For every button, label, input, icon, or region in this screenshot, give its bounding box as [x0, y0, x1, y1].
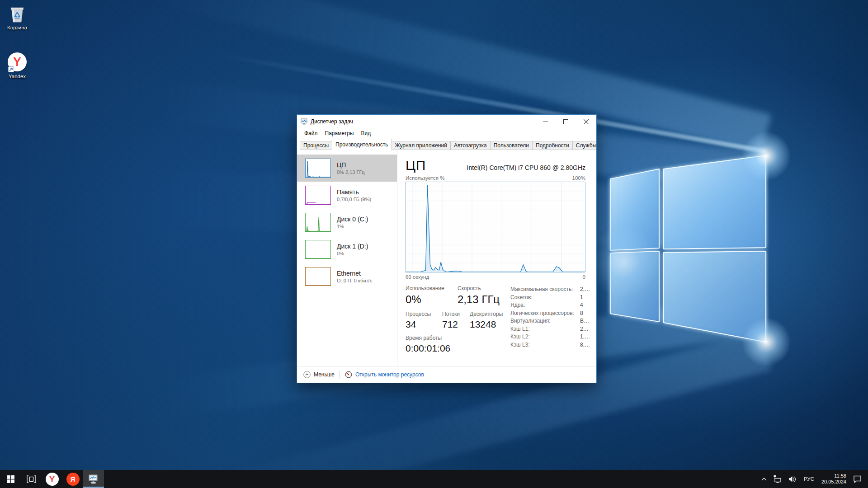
sidebar-item-subtitle: 0% 2,13 ГГц [337, 169, 365, 175]
close-button[interactable] [576, 115, 596, 128]
detail-label: Кэш L2: [510, 333, 580, 341]
shortcut-arrow-icon [8, 66, 14, 72]
uptime-label: Время работы [406, 335, 450, 341]
sidebar-item-memory[interactable]: Память 0,7/8,0 ГБ (9%) [297, 182, 397, 209]
tab-users[interactable]: Пользователи [490, 141, 533, 150]
desktop-icon-yandex[interactable]: Y Yandex [0, 52, 34, 79]
sidebar-item-cpu[interactable]: ЦП 0% 2,13 ГГц [297, 155, 397, 182]
cpu-usage-graph[interactable] [406, 182, 585, 272]
tab-processes[interactable]: Процессы [300, 141, 332, 150]
menubar: Файл Параметры Вид [297, 128, 596, 138]
sidebar-item-subtitle: 1% [337, 224, 368, 229]
network-icon [773, 475, 782, 483]
action-center-button[interactable] [849, 470, 868, 488]
performance-sidebar: ЦП 0% 2,13 ГГц Память 0,7/8,0 ГБ (9%) [297, 150, 397, 366]
tab-services[interactable]: Службы [572, 141, 596, 150]
maximize-button[interactable] [556, 115, 576, 128]
cpu-detail-pane: ЦП Intel(R) Core(TM) i7 CPU 860 @ 2.80GH… [397, 150, 596, 366]
window-title: Диспетчер задач [311, 118, 535, 125]
detail-label: Кэш L1: [510, 325, 580, 333]
logo-corner-glow [741, 131, 791, 181]
open-resource-monitor-link[interactable]: Открыть монитор ресурсов [345, 371, 424, 378]
desktop: { "desktop": { "icons": [ { "label": "Ко… [0, 0, 868, 488]
system-tray: РУС 11:58 20.05.2024 [758, 470, 868, 488]
desktop-icon-label: Корзина [0, 25, 34, 30]
sidebar-item-subtitle: 0% [337, 251, 368, 256]
logo-side-glow [588, 226, 660, 298]
chevron-up-icon [761, 478, 767, 481]
tab-app-history[interactable]: Журнал приложений [392, 141, 451, 150]
task-manager-button[interactable] [83, 470, 104, 488]
tab-strip: Процессы Производительность Журнал прило… [297, 138, 596, 150]
menu-options[interactable]: Параметры [321, 129, 358, 137]
detail-value: 2,… [580, 286, 590, 294]
cpu-details-list: Максимальная скорость:2,… Сокетов:1 Ядра… [510, 285, 590, 359]
minimize-button[interactable] [535, 115, 556, 128]
handles-value: 13248 [470, 319, 503, 330]
chevron-up-circle-icon [303, 371, 311, 378]
detail-label: Ядра: [510, 301, 580, 310]
detail-value: 1 [580, 294, 583, 302]
resource-monitor-gauge-icon [345, 371, 352, 378]
speaker-icon [788, 476, 797, 483]
titlebar[interactable]: Диспетчер задач [297, 115, 596, 128]
menu-view[interactable]: Вид [357, 129, 374, 137]
sidebar-item-title: ЦП [337, 161, 365, 169]
cpu-heading: ЦП [406, 158, 426, 173]
speed-label: Скорость [458, 285, 500, 291]
yandex-search-icon: Я [66, 473, 80, 486]
cpu-stats: Использование 0% Скорость 2,13 ГГц Проце… [406, 285, 585, 359]
detail-value: 1,… [580, 333, 590, 341]
volume-tray-button[interactable] [785, 470, 800, 488]
windows-logo-icon [7, 475, 14, 483]
performance-pane: ЦП 0% 2,13 ГГц Память 0,7/8,0 ГБ (9%) [297, 150, 596, 366]
yandex-browser-button[interactable]: Y [42, 470, 62, 488]
clock[interactable]: 11:58 20.05.2024 [818, 470, 849, 488]
detail-label: Максимальная скорость: [510, 286, 580, 294]
clock-time: 11:58 [821, 473, 846, 479]
start-button[interactable] [0, 470, 21, 488]
detail-value: 8 [580, 310, 583, 318]
logo-corner-glow [741, 317, 791, 367]
taskbar: Y Я [0, 470, 868, 488]
yandex-browser-icon: Y [46, 473, 59, 486]
sidebar-item-title: Диск 0 (C:) [337, 216, 368, 223]
detail-value: 4 [580, 301, 583, 310]
detail-label: Виртуализация: [510, 317, 580, 325]
sidebar-item-disk0[interactable]: Диск 0 (C:) 1% [297, 209, 397, 236]
sidebar-item-ethernet[interactable]: Ethernet О: 0 П: 0 кбит/с [297, 263, 397, 290]
detail-label: Сокетов: [510, 294, 580, 302]
disk0-mini-graph [305, 213, 331, 232]
tray-expand-button[interactable] [758, 470, 770, 488]
detail-value: В… [580, 317, 589, 325]
processes-value: 34 [406, 319, 442, 330]
sidebar-item-title: Ethernet [337, 270, 372, 277]
task-view-icon [27, 475, 36, 483]
footer-divider [340, 371, 340, 378]
speed-value: 2,13 ГГц [458, 293, 500, 306]
recycle-bin-icon [7, 4, 27, 23]
fewer-details-button[interactable]: Меньше [303, 371, 335, 378]
usage-label: Использование [406, 285, 458, 291]
tab-performance[interactable]: Производительность [332, 139, 392, 150]
yandex-browser-icon: Y [7, 52, 27, 72]
language-indicator[interactable]: РУС [800, 470, 818, 488]
threads-value: 712 [442, 319, 470, 330]
detail-label: Логических процессоров: [510, 310, 580, 318]
detail-label: Кэш L3: [510, 341, 580, 349]
network-tray-button[interactable] [770, 470, 785, 488]
task-manager-app-icon [301, 118, 308, 125]
handles-label: Дескрипторы [470, 311, 503, 317]
uptime-value: 0:00:01:06 [406, 343, 450, 354]
tab-startup[interactable]: Автозагрузка [450, 141, 491, 150]
desktop-icon-recycle-bin[interactable]: Корзина [0, 4, 34, 30]
menu-file[interactable]: Файл [301, 129, 321, 137]
yandex-search-button[interactable]: Я [62, 470, 83, 488]
processes-label: Процессы [406, 311, 442, 317]
sidebar-item-disk1[interactable]: Диск 1 (D:) 0% [297, 236, 397, 263]
task-view-button[interactable] [21, 470, 42, 488]
memory-mini-graph [305, 186, 331, 205]
tab-details[interactable]: Подробности [532, 141, 573, 150]
detail-value: 8,… [580, 341, 590, 349]
cpu-mini-graph [305, 159, 331, 178]
